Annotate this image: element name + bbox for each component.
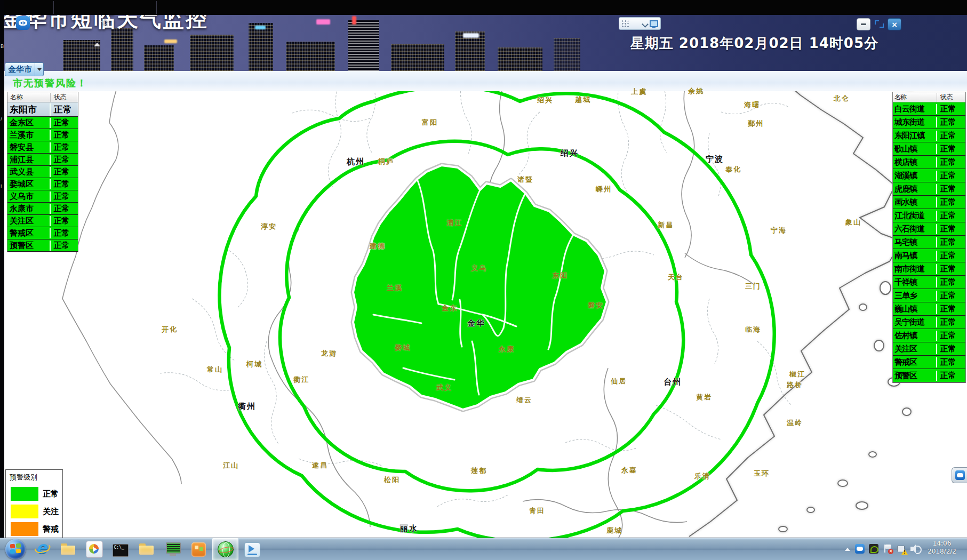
武义县[interactable]: 武义县 正常 [7, 166, 78, 178]
town-status: 正常 [937, 251, 965, 261]
town-name: 南市街道 [893, 264, 937, 274]
show-hidden-icons-arrow[interactable] [844, 546, 851, 552]
weather-map[interactable] [0, 71, 967, 538]
city-selector-dropdown[interactable]: 金华市 [5, 62, 44, 76]
警戒区[interactable]: 警戒区 正常 [7, 227, 78, 239]
南马镇[interactable]: 南马镇 正常 [893, 249, 965, 262]
town-status: 正常 [937, 104, 965, 114]
湖溪镇[interactable]: 湖溪镇 正常 [893, 169, 965, 182]
白云街道[interactable]: 白云街道 正常 [893, 102, 965, 116]
building-silhouette [190, 35, 234, 71]
兰溪市[interactable]: 兰溪市 正常 [7, 129, 78, 141]
district-status: 正常 [51, 241, 78, 251]
town-status: 正常 [937, 224, 965, 234]
nvidia-tray-icon[interactable] [869, 544, 878, 554]
城东街道[interactable]: 城东街道 正常 [893, 116, 965, 129]
town-name: 马宅镇 [893, 237, 937, 247]
东阳市[interactable]: 东阳市 正常 [7, 102, 78, 117]
警戒区[interactable]: 警戒区 正常 [893, 356, 965, 369]
weather-monitor-app-icon[interactable] [212, 538, 238, 560]
浦江县[interactable]: 浦江县 正常 [7, 154, 78, 166]
district-status: 正常 [51, 130, 78, 140]
town-name: 白云街道 [893, 104, 937, 114]
吴宁街道[interactable]: 吴宁街道 正常 [893, 316, 965, 329]
永康市[interactable]: 永康市 正常 [7, 203, 78, 215]
warning-level-legend: 预警级别 正常 关注 警戒 [5, 469, 63, 539]
column-header-status: 状态 [937, 93, 965, 102]
volume-icon[interactable] [910, 544, 920, 554]
江北街道[interactable]: 江北街道 正常 [893, 209, 965, 222]
district-name: 警戒区 [7, 228, 51, 238]
building-silhouette [249, 23, 273, 71]
favorite-star-icon[interactable]: ☆ [100, 16, 110, 29]
town-status: 正常 [937, 357, 965, 367]
巍山镇[interactable]: 巍山镇 正常 [893, 302, 965, 316]
town-name: 歌山镇 [893, 144, 937, 154]
district-name: 东阳市 [7, 103, 51, 116]
minimize-button[interactable] [857, 18, 870, 30]
town-name: 画水镇 [893, 197, 937, 207]
start-flag-pane [16, 549, 21, 554]
start-flag-pane [10, 549, 15, 554]
network-status-icon[interactable] [897, 544, 906, 554]
佐村镇[interactable]: 佐村镇 正常 [893, 329, 965, 342]
command-prompt-icon[interactable] [108, 539, 133, 560]
fullscreen-icon[interactable] [632, 20, 639, 27]
district-status: 正常 [51, 167, 78, 177]
remote-monitor-icon[interactable] [160, 539, 185, 560]
婺城区[interactable]: 婺城区 正常 [7, 178, 78, 190]
start-button[interactable] [5, 539, 26, 559]
close-button[interactable]: × [888, 18, 901, 30]
taskbar-clock[interactable]: 14:06 2018/2/2 [922, 540, 962, 556]
teamviewer-tray-icon[interactable] [855, 544, 865, 554]
town-status-table: 名称 状态 白云街道 正常 城东街道 正常 东阳江镇 正常 歌山镇 正常 横店镇 [892, 92, 966, 383]
画水镇[interactable]: 画水镇 正常 [893, 196, 965, 209]
teamviewer-icon[interactable] [16, 16, 30, 30]
teamviewer-side-tab[interactable] [952, 467, 967, 483]
legend-item: 关注 [11, 505, 62, 518]
video-player-icon[interactable] [239, 539, 265, 560]
歌山镇[interactable]: 歌山镇 正常 [893, 142, 965, 156]
action-center-flag-icon[interactable]: × [883, 544, 892, 554]
预警区[interactable]: 预警区 正常 [893, 369, 965, 382]
table-header: 名称 状态 [7, 92, 78, 102]
磐安县[interactable]: 磐安县 正常 [7, 141, 78, 154]
预警区[interactable]: 预警区 正常 [7, 239, 78, 252]
legend-item: 警戒 [11, 522, 62, 536]
legend-color-swatch [11, 505, 38, 518]
office-app-icon[interactable] [186, 539, 211, 560]
district-status: 正常 [51, 204, 78, 214]
media-player-icon[interactable] [82, 539, 107, 560]
resize-button[interactable] [873, 18, 885, 29]
金东区[interactable]: 金东区 正常 [7, 117, 78, 129]
tab-divider [53, 1, 54, 14]
义乌市[interactable]: 义乌市 正常 [7, 190, 78, 203]
fonts-folder-icon[interactable] [134, 539, 159, 560]
虎鹿镇[interactable]: 虎鹿镇 正常 [893, 182, 965, 196]
chevron-down-icon[interactable] [642, 21, 647, 26]
file-explorer-icon[interactable] [55, 539, 81, 560]
马宅镇[interactable]: 马宅镇 正常 [893, 236, 965, 249]
remote-session-toolbar[interactable] [619, 17, 661, 30]
关注区[interactable]: 关注区 正常 [893, 342, 965, 356]
district-name: 永康市 [7, 204, 51, 214]
town-name: 虎鹿镇 [893, 184, 937, 194]
千祥镇[interactable]: 千祥镇 正常 [893, 276, 965, 289]
六石街道[interactable]: 六石街道 正常 [893, 222, 965, 236]
legend-color-swatch [11, 487, 38, 501]
column-header-status: 状态 [51, 93, 78, 102]
横店镇[interactable]: 横店镇 正常 [893, 156, 965, 169]
南市街道[interactable]: 南市街道 正常 [893, 262, 965, 276]
grid-icon[interactable] [621, 20, 629, 27]
district-name: 关注区 [7, 216, 51, 226]
三单乡[interactable]: 三单乡 正常 [893, 289, 965, 302]
town-status: 正常 [937, 371, 965, 381]
desktop-icon-fragment: / [1, 116, 2, 122]
关注区[interactable]: 关注区 正常 [7, 215, 78, 227]
东阳江镇[interactable]: 东阳江镇 正常 [893, 129, 965, 142]
district-name: 浦江县 [7, 155, 51, 165]
town-name: 南马镇 [893, 251, 937, 261]
monitor-icon[interactable] [650, 20, 658, 27]
ie-browser-icon[interactable] [29, 539, 54, 560]
town-status: 正常 [937, 144, 965, 154]
